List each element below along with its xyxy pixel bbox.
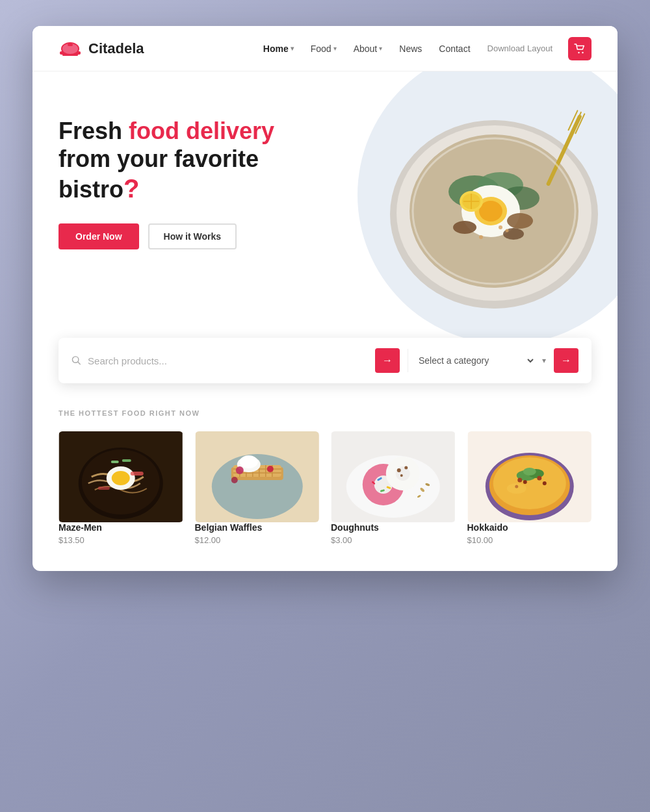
about-chevron-icon: ▾ xyxy=(379,45,382,52)
hero-food-illustration xyxy=(370,71,618,325)
category-select-wrap: Select a category Pizza Pasta Sushi Burg… xyxy=(416,355,546,366)
search-divider xyxy=(408,349,408,372)
food-card-name: Hokkaido xyxy=(467,522,592,533)
logo-icon xyxy=(58,40,82,58)
svg-point-70 xyxy=(404,466,408,470)
category-chevron-icon: ▾ xyxy=(542,356,546,365)
food-card-name: Doughnuts xyxy=(331,522,456,533)
svg-point-5 xyxy=(578,51,579,53)
hero-section: Fresh food delivery from your favorite b… xyxy=(32,71,618,344)
svg-rect-40 xyxy=(131,472,144,476)
search-section: → Select a category Pizza Pasta Sushi Bu… xyxy=(32,338,618,383)
svg-point-64 xyxy=(396,466,410,481)
food-card-mazemen[interactable]: Maze-Men $13.50 xyxy=(58,431,183,545)
food-card-image xyxy=(331,431,456,522)
hero-content: Fresh food delivery from your favorite b… xyxy=(32,71,332,275)
food-grid: Maze-Men $13.50 xyxy=(58,431,592,545)
svg-point-87 xyxy=(506,483,526,494)
nav-links: Home ▾ Food ▾ About ▾ News Contact Downl… xyxy=(257,37,592,60)
category-submit-button[interactable]: → xyxy=(554,348,578,373)
nav-food[interactable]: Food ▾ xyxy=(304,40,343,58)
svg-point-57 xyxy=(266,466,273,472)
food-card-price: $3.00 xyxy=(331,535,456,545)
hero-image-area xyxy=(306,71,618,344)
svg-point-83 xyxy=(523,480,526,484)
svg-point-25 xyxy=(479,235,483,239)
section-label: THE HOTTEST FOOD RIGHT NOW xyxy=(58,409,592,417)
hero-question-mark: ? xyxy=(124,174,139,203)
svg-rect-41 xyxy=(98,487,110,490)
how-it-works-button[interactable]: How it Works xyxy=(148,223,237,249)
search-bar: → Select a category Pizza Pasta Sushi Bu… xyxy=(58,338,592,383)
svg-point-37 xyxy=(112,471,130,485)
hero-line1-plain: Fresh xyxy=(58,118,129,144)
food-card-price: $10.00 xyxy=(467,535,592,545)
order-now-button[interactable]: Order Now xyxy=(58,223,139,249)
food-card-donuts[interactable]: Doughnuts $3.00 xyxy=(331,431,456,545)
svg-point-84 xyxy=(537,476,541,481)
navbar: Citadela Home ▾ Food ▾ About ▾ News Cont… xyxy=(32,26,618,71)
nav-contact[interactable]: Contact xyxy=(432,40,476,58)
hero-line2: from your favorite bistro xyxy=(58,146,259,203)
nav-about[interactable]: About ▾ xyxy=(347,40,389,58)
home-chevron-icon: ▾ xyxy=(291,45,294,52)
food-chevron-icon: ▾ xyxy=(333,45,337,52)
svg-point-81 xyxy=(523,468,536,476)
svg-point-16 xyxy=(507,213,533,229)
cart-button[interactable] xyxy=(568,37,592,60)
food-card-name: Belgian Waffles xyxy=(195,522,320,533)
brand-name: Citadela xyxy=(88,40,144,57)
svg-point-71 xyxy=(400,474,403,477)
svg-point-58 xyxy=(231,477,237,483)
food-card-image xyxy=(58,431,183,522)
svg-point-17 xyxy=(453,221,476,234)
search-input[interactable] xyxy=(88,355,367,366)
search-input-wrap xyxy=(72,355,367,366)
svg-rect-39 xyxy=(122,459,131,462)
category-select[interactable]: Select a category Pizza Pasta Sushi Burg… xyxy=(416,355,536,366)
nav-news[interactable]: News xyxy=(393,40,428,58)
food-card-hokkaido[interactable]: Hokkaido $10.00 xyxy=(467,431,592,545)
food-card-image xyxy=(195,431,320,522)
search-arrow-icon: → xyxy=(382,355,393,366)
svg-rect-38 xyxy=(111,461,119,463)
search-icon xyxy=(72,355,81,366)
food-card-price: $13.50 xyxy=(58,535,183,545)
svg-point-78 xyxy=(493,457,566,509)
svg-line-32 xyxy=(78,362,80,364)
hero-buttons: Order Now How it Works xyxy=(58,223,306,249)
hero-line1-highlight: food delivery xyxy=(129,118,274,144)
svg-point-82 xyxy=(517,478,522,483)
svg-point-24 xyxy=(506,229,509,233)
logo-area[interactable]: Citadela xyxy=(58,40,144,58)
browser-card: Citadela Home ▾ Food ▾ About ▾ News Cont… xyxy=(32,26,618,571)
food-card-waffles[interactable]: Belgian Waffles $12.00 xyxy=(195,431,320,545)
category-arrow-icon: → xyxy=(561,355,571,366)
hero-title: Fresh food delivery from your favorite b… xyxy=(58,117,306,204)
nav-download[interactable]: Download Layout xyxy=(481,40,559,57)
nav-home[interactable]: Home ▾ xyxy=(257,40,300,58)
svg-point-55 xyxy=(239,455,257,468)
food-card-price: $12.00 xyxy=(195,535,320,545)
food-section: THE HOTTEST FOOD RIGHT NOW xyxy=(32,383,618,571)
svg-point-23 xyxy=(499,225,502,229)
svg-point-85 xyxy=(542,481,546,485)
food-card-image xyxy=(467,431,592,522)
svg-rect-4 xyxy=(68,44,73,46)
svg-point-6 xyxy=(582,51,583,53)
search-submit-button[interactable]: → xyxy=(375,348,400,373)
food-card-name: Maze-Men xyxy=(58,522,183,533)
cart-icon xyxy=(574,44,586,54)
svg-point-56 xyxy=(235,466,243,474)
svg-point-69 xyxy=(397,468,401,472)
